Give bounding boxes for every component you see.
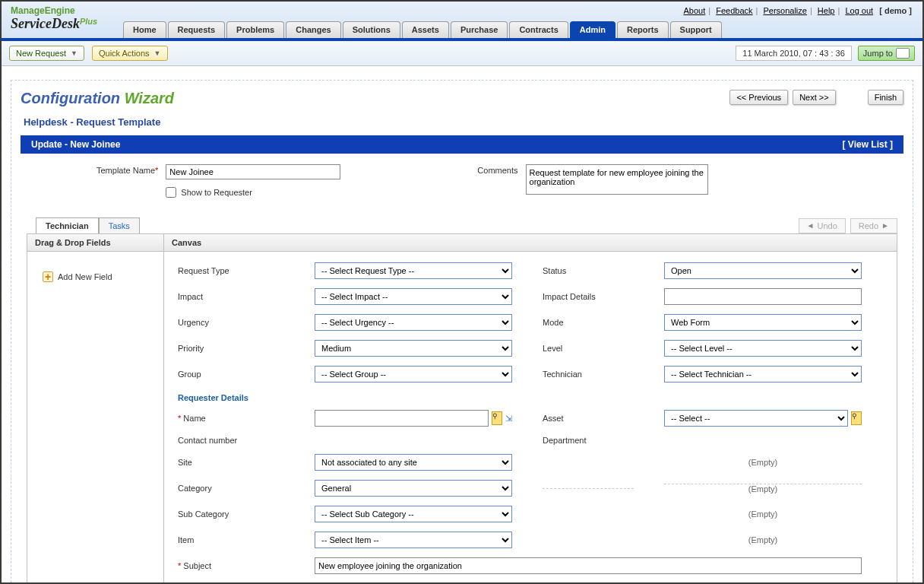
mini-tab-row: Technician Tasks ◄Undo Redo► bbox=[21, 217, 903, 233]
template-name-group: Template Name* Show to Requester bbox=[97, 164, 340, 198]
mode-select[interactable]: Web Form bbox=[664, 314, 862, 331]
redo-button[interactable]: Redo► bbox=[850, 218, 897, 233]
subject-input[interactable] bbox=[315, 557, 862, 574]
show-requester-checkbox[interactable] bbox=[166, 187, 176, 198]
impact-details-label: Impact Details bbox=[543, 292, 634, 301]
next-button[interactable]: Next >> bbox=[793, 90, 836, 105]
urgency-select[interactable]: -- Select Urgency -- bbox=[315, 314, 512, 331]
group-label: Group bbox=[178, 370, 284, 379]
personalize-link[interactable]: Personalize bbox=[763, 6, 806, 15]
name-label: * Name bbox=[178, 414, 284, 423]
tab-tasks[interactable]: Tasks bbox=[99, 217, 140, 233]
tab-home[interactable]: Home bbox=[123, 21, 166, 38]
field-grid-main: Request Type -- Select Request Type -- S… bbox=[178, 262, 883, 382]
tab-purchase[interactable]: Purchase bbox=[451, 21, 508, 38]
request-type-select[interactable]: -- Select Request Type -- bbox=[315, 262, 512, 279]
wizard-box: Configuration Wizard << Previous Next >>… bbox=[11, 80, 913, 584]
logo-line2: ServiceDesk bbox=[11, 16, 80, 31]
item-select[interactable]: -- Select Item -- bbox=[315, 532, 512, 548]
empty-placeholder-2: (Empty) bbox=[664, 484, 862, 494]
jump-icon bbox=[896, 48, 910, 59]
contact-label: Contact number bbox=[178, 436, 284, 445]
form-top: Template Name* Show to Requester Comment… bbox=[21, 154, 903, 211]
wizard-title-p2: Wizard bbox=[125, 90, 174, 106]
builder-left: Drag & Drop Fields + Add New Field bbox=[27, 234, 164, 584]
tab-technician[interactable]: Technician bbox=[36, 217, 99, 233]
tab-support[interactable]: Support bbox=[670, 21, 722, 38]
tab-changes[interactable]: Changes bbox=[286, 21, 340, 38]
level-select[interactable]: -- Select Level -- bbox=[664, 340, 862, 357]
priority-select[interactable]: Medium bbox=[315, 340, 512, 357]
wizard-title-p1: Configuration bbox=[21, 90, 125, 106]
expand-icon[interactable]: ⇲ bbox=[505, 414, 512, 424]
quick-actions-button[interactable]: Quick Actions▼ bbox=[92, 46, 168, 61]
technician-select[interactable]: -- Select Technician -- bbox=[664, 366, 862, 382]
template-name-input[interactable] bbox=[166, 164, 340, 179]
empty-placeholder-4: (Empty) bbox=[664, 535, 862, 544]
canvas-body: Request Type -- Select Request Type -- S… bbox=[164, 252, 897, 584]
subcategory-select[interactable]: -- Select Sub Category -- bbox=[315, 506, 512, 522]
logo: ManageEngine ServiceDeskPlus bbox=[11, 5, 97, 32]
group-select[interactable]: -- Select Group -- bbox=[315, 366, 512, 382]
tab-admin[interactable]: Admin bbox=[570, 21, 615, 38]
app-frame: ManageEngine ServiceDeskPlus About| Feed… bbox=[0, 0, 924, 584]
requester-details-heading: Requester Details bbox=[178, 393, 883, 402]
wizard-title: Configuration Wizard bbox=[21, 90, 174, 107]
new-request-button[interactable]: New Request▼ bbox=[9, 46, 84, 61]
top-links: About| Feedback| Personalize| Help| Log … bbox=[682, 6, 912, 15]
add-new-field[interactable]: + Add New Field bbox=[27, 252, 163, 290]
subject-label: * Subject bbox=[178, 561, 284, 570]
builder: Drag & Drop Fields + Add New Field Canva… bbox=[27, 233, 897, 584]
comments-textarea[interactable]: Request template for new employee joinin… bbox=[526, 164, 708, 195]
tab-contracts[interactable]: Contracts bbox=[509, 21, 568, 38]
content-wrap: Configuration Wizard << Previous Next >>… bbox=[2, 66, 922, 584]
show-requester-row: Show to Requester bbox=[166, 187, 340, 198]
feedback-link[interactable]: Feedback bbox=[716, 6, 752, 15]
status-select[interactable]: Open bbox=[664, 262, 862, 279]
finish-button[interactable]: Finish bbox=[868, 90, 903, 105]
tab-problems[interactable]: Problems bbox=[226, 21, 284, 38]
field-grid-requester: * Name ⚲ ⇲ Asset -- Select -- ⚲ bbox=[178, 410, 883, 574]
status-label: Status bbox=[543, 266, 634, 275]
add-field-label: Add New Field bbox=[58, 272, 112, 281]
category-select[interactable]: General bbox=[315, 480, 512, 497]
impact-details-input[interactable] bbox=[664, 288, 862, 305]
category-label: Category bbox=[178, 484, 284, 493]
action-bar: New Request▼ Quick Actions▼ 11 March 201… bbox=[2, 41, 922, 66]
undo-redo-group: ◄Undo Redo► bbox=[799, 218, 897, 233]
impact-label: Impact bbox=[178, 292, 284, 301]
drag-drop-title: Drag & Drop Fields bbox=[27, 234, 163, 252]
tab-solutions[interactable]: Solutions bbox=[343, 21, 400, 38]
canvas-title: Canvas bbox=[164, 234, 897, 252]
action-left: New Request▼ Quick Actions▼ bbox=[9, 46, 168, 61]
logo-suffix: Plus bbox=[80, 17, 97, 26]
undo-button[interactable]: ◄Undo bbox=[799, 218, 846, 233]
help-link[interactable]: Help bbox=[818, 6, 835, 15]
wizard-nav: << Previous Next >> Finish bbox=[729, 90, 903, 105]
name-input[interactable] bbox=[315, 410, 489, 427]
asset-lookup-icon[interactable]: ⚲ bbox=[851, 411, 862, 425]
show-requester-label: Show to Requester bbox=[181, 188, 252, 197]
date-display: 11 March 2010, 07 : 43 : 36 bbox=[736, 46, 852, 61]
chevron-down-icon: ▼ bbox=[154, 49, 161, 57]
tab-assets[interactable]: Assets bbox=[402, 21, 449, 38]
about-link[interactable]: About bbox=[684, 6, 706, 15]
technician-label: Technician bbox=[543, 370, 634, 379]
item-label: Item bbox=[178, 535, 284, 544]
quick-actions-label: Quick Actions bbox=[99, 49, 150, 58]
chevron-down-icon: ▼ bbox=[71, 49, 78, 57]
previous-button[interactable]: << Previous bbox=[729, 90, 788, 105]
tab-reports[interactable]: Reports bbox=[617, 21, 669, 38]
builder-right: Canvas Request Type -- Select Request Ty… bbox=[164, 234, 897, 584]
impact-select[interactable]: -- Select Impact -- bbox=[315, 288, 512, 305]
jump-to-button[interactable]: Jump to bbox=[858, 46, 915, 61]
asset-select[interactable]: -- Select -- bbox=[664, 410, 848, 427]
section-header-bar: Update - New Joinee [ View List ] bbox=[21, 135, 903, 154]
main-nav: Home Requests Problems Changes Solutions… bbox=[123, 21, 722, 38]
name-lookup-icon[interactable]: ⚲ bbox=[492, 411, 502, 425]
view-list-link[interactable]: [ View List ] bbox=[843, 139, 893, 150]
logout-link[interactable]: Log out bbox=[845, 6, 873, 15]
level-label: Level bbox=[543, 344, 634, 353]
tab-requests[interactable]: Requests bbox=[168, 21, 226, 38]
site-select[interactable]: Not associated to any site bbox=[315, 454, 512, 471]
